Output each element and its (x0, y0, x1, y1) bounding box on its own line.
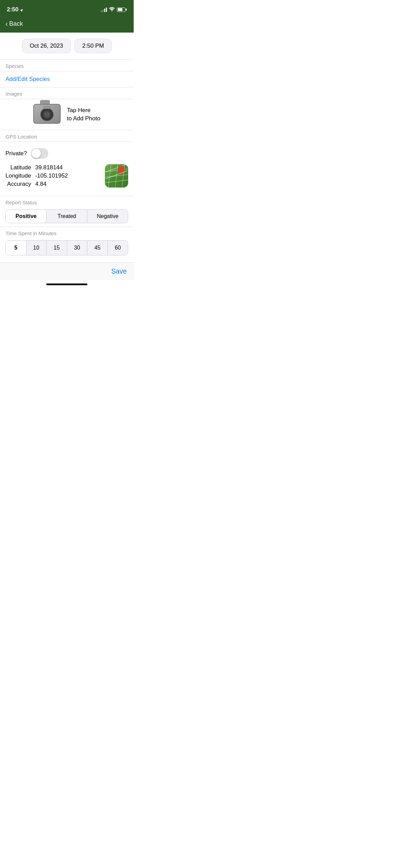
time-spent-label: Time Spent in Minutes (5, 230, 128, 238)
back-label: Back (9, 20, 23, 27)
longitude-value: -105.101952 (35, 172, 68, 179)
time-pill-60[interactable]: 60 (108, 241, 128, 255)
datetime-row: Oct 26, 2023 2:50 PM (0, 33, 134, 59)
time-pill-30[interactable]: 30 (67, 241, 88, 255)
nav-bar: ‹ Back (0, 17, 134, 33)
report-status-section: Report Status Positive Treated Negative (0, 196, 134, 227)
longitude-label: Longitude (5, 172, 31, 179)
back-chevron-icon: ‹ (5, 20, 8, 28)
time-spent-section: Time Spent in Minutes 5 10 15 30 45 60 (0, 227, 134, 259)
latitude-value: 39.818144 (35, 164, 63, 171)
camera-icon (33, 104, 61, 125)
status-icons (101, 7, 127, 12)
report-status-label: Report Status (5, 200, 128, 207)
main-content: Oct 26, 2023 2:50 PM Species Add/Edit Sp… (0, 33, 134, 291)
species-section-label: Species (0, 60, 134, 71)
wifi-icon (109, 7, 115, 12)
time-pills-control: 5 10 15 30 45 60 (5, 240, 128, 255)
private-label: Private? (5, 150, 27, 157)
date-pill[interactable]: Oct 26, 2023 (22, 39, 71, 53)
time-pill[interactable]: 2:50 PM (74, 39, 112, 53)
report-status-segmented-control: Positive Treated Negative (5, 209, 128, 223)
time-pill-5[interactable]: 5 (6, 241, 26, 255)
svg-line-2 (105, 180, 128, 183)
status-bar: 2:50 ▲ (0, 0, 134, 17)
accuracy-value: 4.84 (35, 181, 47, 188)
tap-photo-text: Tap Here to Add Photo (67, 106, 100, 123)
coords-labels: Latitude Longitude Accuracy (5, 164, 31, 188)
home-bar (46, 284, 87, 285)
map-icon[interactable] (105, 164, 128, 188)
time-display: 2:50 (7, 6, 19, 13)
segment-negative[interactable]: Negative (87, 210, 128, 223)
save-button[interactable]: Save (111, 267, 127, 275)
private-toggle[interactable] (31, 148, 48, 159)
back-button[interactable]: ‹ Back (5, 20, 128, 28)
segment-treated[interactable]: Treated (47, 210, 87, 223)
bottom-bar: Save (0, 262, 134, 280)
latitude-label: Latitude (10, 164, 31, 171)
svg-line-3 (108, 164, 111, 188)
signal-icon (101, 7, 107, 12)
time-pill-15[interactable]: 15 (47, 241, 67, 255)
add-edit-species-link[interactable]: Add/Edit Species (0, 71, 134, 87)
time-pill-45[interactable]: 45 (87, 241, 108, 255)
toggle-thumb (32, 149, 41, 158)
private-row: Private? (5, 145, 128, 161)
add-photo-button[interactable]: Tap Here to Add Photo (0, 99, 134, 130)
images-section-label: Images (0, 87, 134, 99)
gps-section: Private? Latitude Longitude Accuracy 39.… (0, 142, 134, 196)
segment-positive[interactable]: Positive (6, 210, 47, 223)
time-pill-10[interactable]: 10 (26, 241, 47, 255)
location-arrow-icon: ▲ (19, 6, 26, 13)
gps-section-label: GPS Location (0, 130, 134, 142)
home-indicator (0, 280, 134, 291)
coords-values: 39.818144 -105.101952 4.84 (35, 164, 105, 188)
battery-icon (117, 8, 127, 12)
status-time: 2:50 ▲ (7, 6, 24, 13)
coords-row: Latitude Longitude Accuracy 39.818144 -1… (5, 161, 128, 192)
accuracy-label: Accuracy (7, 181, 31, 188)
